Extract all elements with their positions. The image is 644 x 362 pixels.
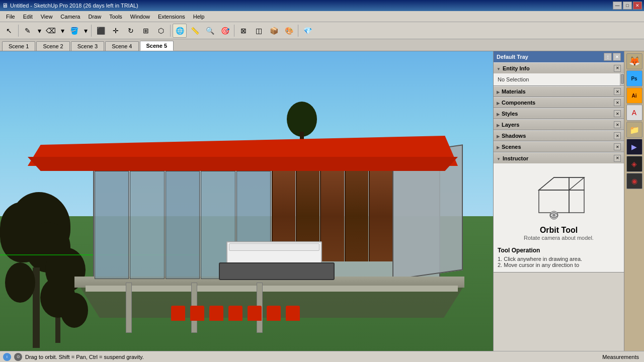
menu-view[interactable]: View — [37, 13, 57, 21]
title-bar-buttons: — □ ✕ — [613, 2, 642, 10]
scrollbar-thumb[interactable] — [621, 74, 624, 84]
shadows-panel-row[interactable]: Shadows ✕ — [494, 130, 624, 141]
close-button[interactable]: ✕ — [633, 2, 642, 10]
illustrator-icon[interactable]: Ai — [626, 87, 642, 104]
components-panel-row[interactable]: Components ✕ — [494, 97, 624, 108]
title-bar: 🖥 Untitled - SketchUp Pro 2018 (26 days … — [0, 0, 644, 11]
toolbar: ↖ ✎ ▾ ⌫ ▾ 🪣 ▾ ⬛ ✛ ↻ ⊞ ⬡ 🌐 📏 🔍 🎯 ⊠ ◫ 📦 🎨 … — [0, 22, 644, 39]
orbit-tool-description: Rotate camera about model. — [524, 235, 594, 241]
info-icon[interactable]: i — [3, 353, 11, 361]
scale-button[interactable]: ⊞ — [139, 24, 153, 38]
folder-icon[interactable]: 📁 — [626, 122, 642, 138]
push-pull-button[interactable]: ⬛ — [94, 24, 108, 38]
menu-camera[interactable]: Camera — [56, 13, 84, 21]
photoshop-icon[interactable]: Ps — [626, 70, 642, 86]
geo-icon[interactable]: ⊙ — [14, 353, 22, 361]
toolbar-separator-4 — [234, 25, 234, 37]
pillar-1 — [126, 283, 132, 333]
instructor-title: Instructor — [503, 155, 528, 161]
title-bar-left: 🖥 Untitled - SketchUp Pro 2018 (26 days … — [2, 2, 138, 9]
app1-icon[interactable]: ◈ — [626, 156, 642, 172]
svg-marker-2 — [569, 190, 584, 213]
styles-panel-row[interactable]: Styles ✕ — [494, 108, 624, 119]
maximize-button[interactable]: □ — [623, 2, 632, 10]
orbit-button[interactable]: 🌐 — [173, 24, 187, 38]
instructor-close-button[interactable]: ✕ — [614, 155, 621, 162]
menu-draw[interactable]: Draw — [84, 13, 105, 21]
components-close-button[interactable]: ✕ — [614, 99, 621, 106]
tray-close-button[interactable]: ✕ — [613, 53, 621, 61]
premiere-icon[interactable]: ▶ — [626, 139, 642, 155]
scene-tab-1[interactable]: Scene 1 — [2, 41, 35, 51]
eraser-dropdown[interactable]: ▾ — [59, 24, 66, 38]
entity-info-close-button[interactable]: ✕ — [614, 65, 621, 72]
layers-close-button[interactable]: ✕ — [614, 121, 621, 128]
app2-icon[interactable]: ◉ — [626, 173, 642, 189]
material-button[interactable]: 🎨 — [282, 24, 296, 38]
entity-info-content: No Selection — [494, 73, 620, 85]
pencil-tool-button[interactable]: ✎ — [21, 24, 35, 38]
scene-tab-2[interactable]: Scene 2 — [36, 41, 69, 51]
chairs-area — [171, 306, 300, 321]
menu-window[interactable]: Window — [126, 13, 154, 21]
svg-marker-4 — [539, 177, 584, 190]
instructor-header[interactable]: Instructor ✕ — [494, 152, 624, 163]
tray-options-button[interactable]: ⋮ — [604, 53, 612, 61]
toolbar-separator-2 — [91, 25, 92, 37]
svg-point-6 — [552, 214, 555, 217]
chair-5 — [248, 306, 262, 321]
materials-close-button[interactable]: ✕ — [614, 88, 621, 95]
tape-measure-button[interactable]: 📏 — [188, 24, 202, 38]
scene-tab-3[interactable]: Scene 3 — [71, 41, 104, 51]
tray-title: Default Tray — [497, 54, 528, 60]
zoom-extents-button[interactable]: 🎯 — [218, 24, 232, 38]
menu-extensions[interactable]: Extensions — [154, 13, 189, 21]
viewport[interactable] — [0, 51, 493, 351]
shadows-close-button[interactable]: ✕ — [614, 132, 621, 139]
styles-title: Styles — [502, 111, 518, 117]
tool-operation-heading: Tool Operation — [498, 247, 540, 254]
menu-file[interactable]: File — [2, 13, 19, 21]
components-button[interactable]: 📦 — [267, 24, 281, 38]
orbit-diagram — [526, 167, 592, 223]
menu-tools[interactable]: Tools — [105, 13, 126, 21]
chair-3 — [209, 306, 223, 321]
scenes-close-button[interactable]: ✕ — [614, 143, 621, 150]
pencil-dropdown[interactable]: ▾ — [36, 24, 43, 38]
entity-info-header[interactable]: Entity Info ✕ — [494, 62, 624, 73]
display-section-button[interactable]: ◫ — [252, 24, 266, 38]
layers-panel-row[interactable]: Layers ✕ — [494, 119, 624, 130]
move-button[interactable]: ✛ — [109, 24, 123, 38]
offset-button[interactable]: ⬡ — [154, 24, 168, 38]
entity-info-scrollbar[interactable] — [620, 73, 624, 85]
materials-panel-row[interactable]: Materials ✕ — [494, 86, 624, 97]
operation-step-1: 1. Click anywhere in drawing area. — [498, 256, 582, 262]
tray-header: Default Tray ⋮ ✕ — [494, 51, 624, 62]
shadows-label: Shadows — [497, 133, 526, 139]
zoom-button[interactable]: 🔍 — [203, 24, 217, 38]
minimize-button[interactable]: — — [613, 2, 622, 10]
rotate-button[interactable]: ↻ — [124, 24, 138, 38]
platform-base — [86, 286, 458, 292]
menu-help[interactable]: Help — [189, 13, 209, 21]
entity-info-no-selection: No Selection — [496, 75, 618, 83]
materials-label: Materials — [497, 88, 526, 95]
scenes-panel-row[interactable]: Scenes ✕ — [494, 141, 624, 152]
ruby-scripts-button[interactable]: 💎 — [300, 24, 314, 38]
instructor-label: Instructor — [497, 155, 528, 161]
scenes-panel-title: Scenes — [502, 144, 521, 150]
entity-info-label: Entity Info — [497, 65, 530, 71]
paint-bucket-button[interactable]: 🪣 — [67, 24, 81, 38]
scene-tab-4[interactable]: Scene 4 — [105, 41, 138, 51]
acrobat-icon[interactable]: A — [626, 105, 642, 121]
layers-title: Layers — [502, 122, 519, 128]
menu-edit[interactable]: Edit — [19, 13, 37, 21]
section-cut-button[interactable]: ⊠ — [236, 24, 251, 38]
paint-dropdown[interactable]: ▾ — [82, 24, 89, 38]
select-tool-button[interactable]: ↖ — [2, 24, 16, 38]
firefox-icon[interactable]: 🦊 — [626, 53, 642, 69]
scene-tab-5[interactable]: Scene 5 — [140, 41, 174, 51]
styles-label: Styles — [497, 111, 518, 117]
styles-close-button[interactable]: ✕ — [614, 110, 621, 117]
eraser-tool-button[interactable]: ⌫ — [44, 24, 58, 38]
